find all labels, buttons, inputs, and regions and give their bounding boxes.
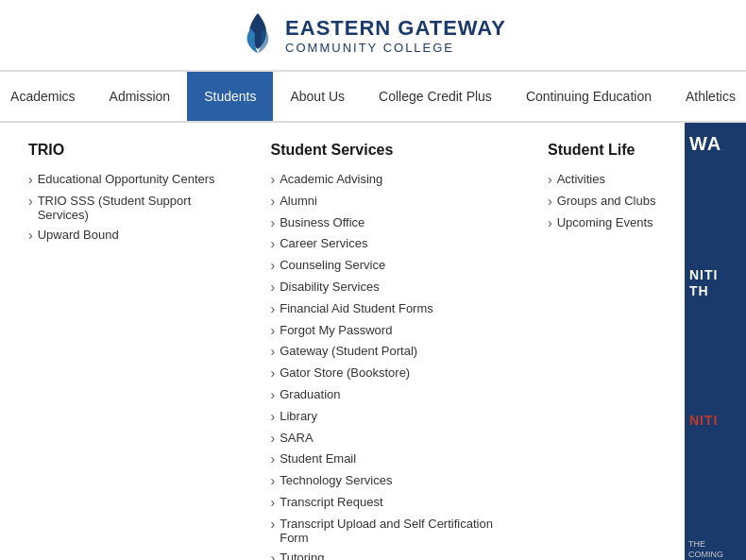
services-link-13[interactable]: Student Email	[271, 451, 510, 467]
logo-icon	[240, 11, 276, 59]
list-item[interactable]: Tutoring	[271, 551, 510, 560]
services-link-17[interactable]: Tutoring	[271, 551, 510, 560]
nav-link-college-credit[interactable]: College Credit Plus	[362, 72, 509, 121]
list-item[interactable]: Forgot My Password	[271, 323, 510, 339]
list-item[interactable]: Library	[271, 409, 510, 425]
list-item[interactable]: Upward Bound	[28, 228, 233, 244]
list-item[interactable]: Alumni	[271, 194, 510, 210]
logo-area: Eastern Gateway Community College	[240, 11, 506, 59]
services-link-1[interactable]: Alumni	[271, 194, 510, 210]
list-item[interactable]: Gateway (Student Portal)	[271, 344, 510, 360]
services-link-16[interactable]: Transcript Upload and Self Certification…	[271, 517, 510, 545]
list-item[interactable]: Academic Advising	[271, 172, 510, 188]
logo-text: Eastern Gateway Community College	[285, 16, 506, 55]
banner-bottom-text: THE COMINGHANK YOU.T SITUATION	[685, 532, 746, 560]
main-nav: Academics Admission Students About Us Co…	[0, 71, 746, 123]
list-item[interactable]: Educational Opportunity Centers	[28, 172, 233, 188]
nav-link-about[interactable]: About Us	[273, 72, 362, 121]
nav-item-continuing[interactable]: Continuing Education	[509, 72, 669, 121]
list-item[interactable]: Graduation	[271, 387, 510, 403]
logo-line1: Eastern Gateway	[285, 16, 506, 41]
services-link-12[interactable]: SARA	[271, 431, 510, 447]
nav-item-admission[interactable]: Admission	[93, 72, 188, 121]
list-item[interactable]: Transcript Upload and Self Certification…	[271, 517, 510, 545]
banner-text-niti2: NITI	[685, 403, 746, 438]
banner-partial: WA NITITH NITI THE COMINGHANK YOU.T SITU…	[685, 123, 746, 560]
services-link-11[interactable]: Library	[271, 409, 510, 425]
services-link-5[interactable]: Disability Services	[271, 280, 510, 296]
nav-link-continuing[interactable]: Continuing Education	[509, 72, 669, 121]
list-item[interactable]: Student Email	[271, 451, 510, 467]
nav-link-admission[interactable]: Admission	[93, 72, 188, 121]
list-item[interactable]: Gator Store (Bookstore)	[271, 365, 510, 382]
nav-item-students[interactable]: Students	[187, 72, 273, 121]
services-list: Academic Advising Alumni Business Office…	[271, 172, 510, 560]
services-heading: Student Services	[271, 142, 510, 159]
nav-link-athletics[interactable]: Athletics	[669, 72, 746, 121]
nav-item-about[interactable]: About Us	[273, 72, 362, 121]
list-item[interactable]: TRIO SSS (Student Support Services)	[28, 194, 233, 222]
services-link-7[interactable]: Forgot My Password	[271, 323, 510, 339]
site-header: Eastern Gateway Community College	[0, 0, 746, 71]
services-link-3[interactable]: Career Services	[271, 236, 510, 252]
list-item[interactable]: Business Office	[271, 215, 510, 231]
list-item[interactable]: SARA	[271, 431, 510, 447]
list-item[interactable]: Technology Services	[271, 473, 510, 489]
list-item[interactable]: Career Services	[271, 236, 510, 252]
list-item[interactable]: Transcript Request	[271, 495, 510, 511]
services-link-2[interactable]: Business Office	[271, 215, 510, 231]
dropdown-col-trio: TRIO Educational Opportunity Centers TRI…	[0, 142, 252, 560]
services-link-14[interactable]: Technology Services	[271, 473, 510, 489]
list-item[interactable]: Disability Services	[271, 280, 510, 296]
services-link-6[interactable]: Financial Aid Student Forms	[271, 301, 510, 317]
trio-list: Educational Opportunity Centers TRIO SSS…	[28, 172, 233, 244]
nav-item-college-credit[interactable]: College Credit Plus	[362, 72, 509, 121]
services-link-0[interactable]: Academic Advising	[271, 172, 510, 188]
list-item[interactable]: Counseling Service	[271, 258, 510, 274]
list-item[interactable]: Financial Aid Student Forms	[271, 301, 510, 317]
services-link-4[interactable]: Counseling Service	[271, 258, 510, 274]
banner-text-niti: NITITH	[685, 258, 746, 309]
trio-link-3[interactable]: Upward Bound	[28, 228, 233, 244]
nav-link-students[interactable]: Students	[187, 72, 273, 121]
services-link-15[interactable]: Transcript Request	[271, 495, 510, 511]
trio-link-1[interactable]: Educational Opportunity Centers	[28, 172, 233, 188]
nav-link-academics[interactable]: Academics	[0, 72, 93, 121]
banner-text-wa: WA	[685, 123, 746, 164]
services-link-8[interactable]: Gateway (Student Portal)	[271, 344, 510, 360]
dropdown-col-services: Student Services Academic Advising Alumn…	[252, 142, 529, 560]
nav-item-athletics[interactable]: Athletics	[669, 72, 746, 121]
trio-heading: TRIO	[28, 142, 233, 159]
nav-item-academics[interactable]: Academics	[0, 72, 93, 121]
logo-line2: Community College	[285, 41, 506, 55]
dropdown-panel: TRIO Educational Opportunity Centers TRI…	[0, 123, 746, 560]
trio-link-2[interactable]: TRIO SSS (Student Support Services)	[28, 194, 233, 222]
services-link-10[interactable]: Graduation	[271, 387, 510, 403]
services-link-9[interactable]: Gator Store (Bookstore)	[271, 365, 510, 382]
